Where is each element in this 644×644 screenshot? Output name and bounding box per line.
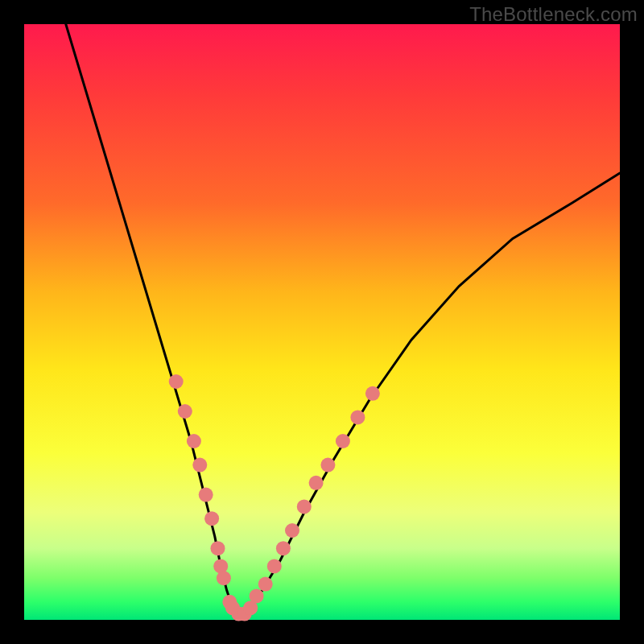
marker-dot — [199, 488, 213, 502]
marker-dot — [365, 386, 380, 401]
marker-dot — [267, 559, 282, 573]
watermark-text: TheBottleneck.com — [469, 3, 638, 26]
marker-dot — [297, 499, 312, 514]
marker-dot — [187, 434, 201, 448]
marker-dot — [309, 476, 324, 490]
chart-frame: TheBottleneck.com — [0, 0, 644, 644]
marker-dot — [192, 458, 207, 473]
marker-dot — [217, 571, 231, 585]
marker-dot — [258, 577, 273, 592]
bottleneck-curve — [66, 24, 620, 614]
marker-dot — [250, 588, 264, 603]
chart-svg — [24, 24, 620, 620]
marker-dot — [204, 511, 219, 526]
marker-dot — [350, 410, 365, 424]
marker-dot — [178, 404, 192, 419]
marker-dot — [169, 374, 184, 389]
marker-dot — [320, 458, 335, 473]
curve-markers — [169, 374, 380, 621]
marker-dot — [336, 434, 350, 448]
marker-dot — [285, 523, 299, 538]
marker-dot — [276, 541, 291, 555]
marker-dot — [211, 541, 225, 555]
